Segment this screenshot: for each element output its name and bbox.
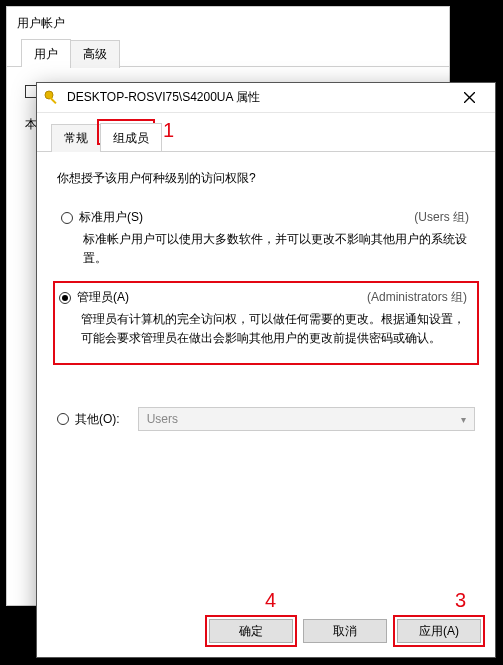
ok-button[interactable]: 确定 — [209, 619, 293, 643]
option-other[interactable]: 其他(O): Users ▾ — [57, 407, 475, 431]
cancel-button[interactable]: 取消 — [303, 619, 387, 643]
properties-dialog: DESKTOP-ROSVI75\S4200UA 属性 常规 组成员 1 你想授予… — [36, 82, 496, 658]
close-button[interactable] — [449, 84, 489, 112]
dropdown-value: Users — [147, 412, 178, 426]
radio-icon — [59, 292, 71, 304]
dialog-title: DESKTOP-ROSVI75\S4200UA 属性 — [67, 89, 449, 106]
dialog-button-row: 确定 取消 应用(A) — [37, 607, 495, 657]
chevron-down-icon: ▾ — [461, 414, 466, 425]
option-label: 其他(O): — [75, 411, 120, 428]
apply-button[interactable]: 应用(A) — [397, 619, 481, 643]
tab-advanced[interactable]: 高级 — [70, 40, 120, 68]
option-description: 管理员有计算机的完全访问权，可以做任何需要的更改。根据通知设置，可能会要求管理员… — [81, 310, 469, 347]
tab-users[interactable]: 用户 — [21, 39, 71, 67]
option-group: (Users 组) — [414, 209, 475, 226]
tab-general[interactable]: 常规 — [51, 124, 101, 152]
option-administrator[interactable]: 管理员(A) (Administrators 组) 管理员有计算机的完全访问权，… — [53, 281, 479, 365]
annotation-4: 4 — [265, 589, 276, 612]
close-icon — [464, 92, 475, 103]
radio-selected-icon — [62, 295, 68, 301]
keys-icon — [43, 89, 61, 107]
option-standard-user[interactable]: 标准用户(S) (Users 组) 标准帐户用户可以使用大多数软件，并可以更改不… — [57, 205, 475, 277]
radio-icon — [61, 212, 73, 224]
option-label: 标准用户(S) — [79, 209, 414, 226]
parent-window-tabs: 用户 高级 — [7, 38, 449, 67]
parent-window-title: 用户帐户 — [7, 7, 449, 38]
dialog-tabs: 常规 组成员 — [37, 123, 495, 152]
option-description: 标准帐户用户可以使用大多数软件，并可以更改不影响其他用户的系统设置。 — [83, 230, 471, 267]
other-group-dropdown[interactable]: Users ▾ — [138, 407, 475, 431]
option-label: 管理员(A) — [77, 289, 367, 306]
svg-rect-1 — [50, 97, 57, 104]
dialog-body: 你想授予该用户何种级别的访问权限? 标准用户(S) (Users 组) 标准帐户… — [37, 152, 495, 607]
dialog-titlebar: DESKTOP-ROSVI75\S4200UA 属性 — [37, 83, 495, 113]
option-group: (Administrators 组) — [367, 289, 473, 306]
radio-icon — [57, 413, 69, 425]
tab-members[interactable]: 组成员 — [100, 123, 162, 151]
permission-prompt: 你想授予该用户何种级别的访问权限? — [57, 170, 475, 187]
annotation-1: 1 — [163, 119, 174, 142]
annotation-3: 3 — [455, 589, 466, 612]
